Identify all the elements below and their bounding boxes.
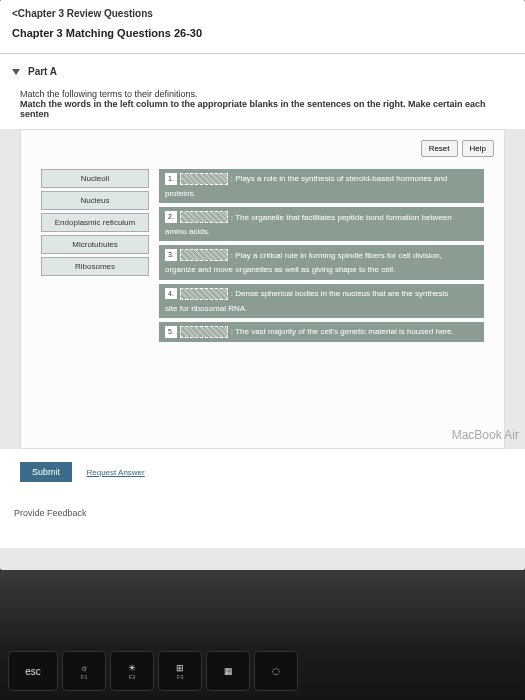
term-chip[interactable]: Nucleoli (41, 169, 149, 188)
definition-row: 1. : Plays a role in the synthesis of st… (159, 169, 484, 203)
key-f1[interactable]: ☼ F1 (62, 651, 106, 691)
kb-brightness-icon: ◌ (272, 666, 280, 676)
definition-row: 3. : Play a critical role in forming spi… (159, 245, 484, 279)
part-a-toggle[interactable]: Part A (0, 54, 525, 85)
def-number: 3. (165, 249, 177, 261)
instruction-line-1: Match the following terms to their defin… (20, 89, 505, 99)
key-f2[interactable]: ☀ F2 (110, 651, 154, 691)
brightness-down-icon: ☼ (80, 663, 88, 673)
def-text: : The vast majority of the cell's geneti… (231, 326, 454, 337)
def-number: 1. (165, 173, 177, 185)
blank-slot[interactable] (180, 249, 228, 261)
def-text: : Plays a role in the synthesis of stero… (231, 173, 448, 184)
definition-row: 2. : The organelle that facilitates pept… (159, 207, 484, 241)
term-chip[interactable]: Microtubules (41, 235, 149, 254)
definition-row: 4. : Dense spherical bodies in the nucle… (159, 284, 484, 318)
key-f4[interactable]: ▦ (206, 651, 250, 691)
term-chip[interactable]: Ribosomes (41, 257, 149, 276)
key-f3[interactable]: ⊞ F3 (158, 651, 202, 691)
key-f5[interactable]: ◌ (254, 651, 298, 691)
laptop-bezel (0, 570, 525, 645)
keyboard: esc ☼ F1 ☀ F2 ⊞ F3 ▦ ◌ (0, 645, 525, 700)
caret-down-icon (12, 69, 20, 75)
def-number: 2. (165, 211, 177, 223)
instruction-line-2: Match the words in the left column to th… (20, 99, 505, 119)
def-cont: proteins. (165, 188, 478, 199)
breadcrumb[interactable]: <Chapter 3 Review Questions (12, 8, 513, 19)
key-esc[interactable]: esc (8, 651, 58, 691)
term-chip[interactable]: Nucleus (41, 191, 149, 210)
blank-slot[interactable] (180, 326, 228, 338)
brightness-up-icon: ☀ (128, 663, 136, 673)
request-answer-link[interactable]: Request Answer (86, 468, 144, 477)
blank-slot[interactable] (180, 211, 228, 223)
def-text: : Play a critical role in forming spindl… (231, 250, 442, 261)
def-cont: amino acids. (165, 226, 478, 237)
macbook-label: MacBook Air (452, 428, 519, 442)
mission-control-icon: ⊞ (176, 663, 184, 673)
work-area: Reset Help Nucleoli Nucleus Endoplasmic … (20, 129, 505, 449)
help-button[interactable]: Help (462, 140, 494, 157)
def-cont: organize and move organelles as well as … (165, 264, 478, 275)
part-a-label: Part A (28, 66, 57, 77)
def-text: : Dense spherical bodies in the nucleus … (231, 288, 448, 299)
term-chip[interactable]: Endoplasmic reticulum (41, 213, 149, 232)
submit-button[interactable]: Submit (20, 462, 72, 482)
def-text: : The organelle that facilitates peptide… (231, 212, 452, 223)
page-title: Chapter 3 Matching Questions 26-30 (12, 27, 513, 39)
reset-button[interactable]: Reset (421, 140, 458, 157)
provide-feedback-link[interactable]: Provide Feedback (0, 494, 525, 548)
def-number: 5. (165, 326, 177, 338)
launchpad-icon: ▦ (224, 666, 233, 676)
def-cont: site for ribosomal RNA. (165, 303, 478, 314)
blank-slot[interactable] (180, 173, 228, 185)
definition-row: 5. : The vast majority of the cell's gen… (159, 322, 484, 342)
blank-slot[interactable] (180, 288, 228, 300)
def-number: 4. (165, 288, 177, 300)
